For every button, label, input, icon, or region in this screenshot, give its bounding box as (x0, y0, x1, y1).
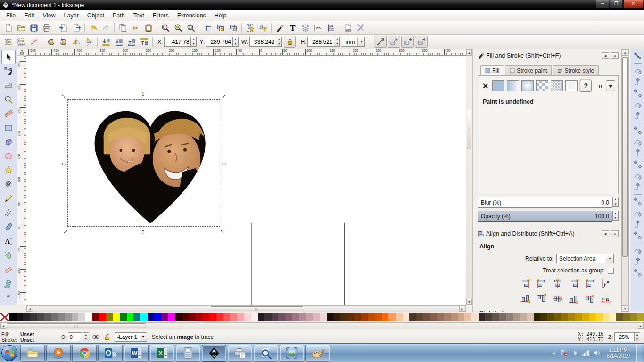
network-signal-icon[interactable] (582, 350, 589, 356)
zoom-to-selection-button[interactable] (159, 22, 172, 34)
palette-scroll-thumb[interactable]: ||| (7, 323, 146, 328)
palette-swatch[interactable] (278, 313, 285, 321)
palette-swatch[interactable] (568, 313, 575, 321)
undo-button[interactable] (87, 22, 99, 34)
snap-line-midpoints-button[interactable] (632, 181, 644, 193)
start-button[interactable] (0, 344, 19, 362)
text-tool[interactable]: A (1, 234, 16, 248)
palette-swatch[interactable] (361, 313, 368, 321)
palette-swatch[interactable] (534, 313, 541, 321)
measure-tool[interactable] (1, 107, 16, 121)
palette-swatch[interactable] (333, 313, 340, 321)
fill-and-stroke-button[interactable] (273, 22, 286, 34)
palette-swatch[interactable] (237, 313, 244, 321)
fill-stroke-panel-header[interactable]: Fill and Stroke (Shift+Ctrl+F) ◄ × (478, 51, 619, 60)
scroll-up-button[interactable]: ▲ (466, 49, 472, 56)
taskbar-inkscape-button[interactable] (202, 345, 226, 362)
palette-swatch[interactable] (609, 313, 616, 321)
palette-swatch[interactable] (554, 313, 561, 321)
fill-stroke-indicator[interactable]: Fill: Unset Stroke: Unset (0, 331, 61, 343)
menu-filters[interactable]: Filters (149, 11, 173, 20)
align-left-edges-button[interactable] (535, 277, 549, 289)
menu-path[interactable]: Path (108, 11, 129, 20)
snap-bbox-corners-button[interactable] (632, 88, 644, 99)
palette-swatch[interactable] (582, 313, 589, 321)
palette-swatch[interactable] (182, 313, 189, 321)
tweak-tool[interactable] (1, 78, 16, 92)
panel-close-button[interactable]: × (611, 52, 619, 59)
selection-handle-sw[interactable]: ↔ (60, 227, 69, 235)
palette-swatch[interactable] (148, 313, 155, 321)
canvas[interactable]: ↔ ↔ ↔ ↔ ↔ ↔ ↔ ↔ (26, 56, 466, 305)
canvas-horizontal-scrollbar[interactable]: ◄ ||| ► (26, 305, 466, 312)
taskbar-explorer-button[interactable] (20, 345, 45, 362)
snap-rotation-centers-button[interactable] (632, 219, 644, 230)
palette-swatch[interactable] (9, 313, 17, 321)
palette-swatch[interactable] (630, 313, 637, 321)
snap-smooth-nodes-button[interactable] (632, 170, 644, 181)
snap-nodes-button[interactable] (632, 125, 644, 136)
scroll-right-button[interactable]: ► (638, 323, 644, 329)
scroll-left-button[interactable]: ◄ (27, 306, 33, 312)
swatch-button[interactable] (551, 80, 563, 91)
object-opacity-spinner[interactable]: ▲▼ (83, 332, 89, 341)
selection-handle-nw[interactable]: ↔ (60, 91, 69, 99)
hidden-icons-chevron-icon[interactable] (551, 351, 557, 355)
palette-swatch[interactable] (540, 313, 547, 321)
object-opacity-input[interactable] (68, 332, 82, 341)
snap-path-intersections-button[interactable] (632, 148, 644, 159)
scroll-right-button[interactable]: ► (459, 306, 465, 312)
bezier-pen-tool[interactable] (1, 206, 16, 220)
palette-swatch[interactable] (595, 313, 603, 321)
linear-gradient-button[interactable] (507, 80, 519, 91)
spray-tool[interactable] (1, 248, 16, 262)
scale-rounded-corners-toggle[interactable] (388, 36, 400, 48)
panel-close-button[interactable]: × (611, 230, 619, 237)
document-properties-button[interactable] (341, 22, 354, 34)
lower-to-bottom-button[interactable] (99, 36, 112, 48)
copy-button[interactable] (116, 22, 129, 34)
palette-swatch[interactable] (368, 313, 375, 321)
create-clone-button[interactable] (214, 22, 227, 34)
duplicate-button[interactable] (201, 22, 214, 34)
palette-swatch[interactable] (230, 313, 237, 321)
palette-swatch[interactable] (161, 313, 168, 321)
flip-horizontal-button[interactable] (70, 36, 83, 48)
palette-swatch[interactable] (251, 313, 258, 321)
palette-swatch[interactable] (292, 313, 299, 321)
palette-swatch[interactable] (44, 313, 51, 321)
palette-swatch[interactable] (140, 313, 148, 321)
redo-button[interactable] (99, 22, 112, 34)
snap-page-border-button[interactable] (632, 245, 644, 256)
spinner-buttons[interactable]: ▲▼ (190, 37, 197, 47)
vscroll-thumb[interactable]: ≡ (467, 109, 471, 149)
palette-swatch[interactable] (492, 313, 499, 321)
select-all-layers-button[interactable] (15, 36, 27, 48)
scroll-down-button[interactable]: ▼ (466, 299, 472, 305)
align-right-edges-to-left-anchor-button[interactable] (519, 277, 533, 289)
tab-fill[interactable]: Fill (480, 65, 504, 75)
align-tops-to-bottom-anchor-button[interactable] (583, 293, 597, 305)
snap-cusp-nodes-button[interactable] (632, 159, 644, 170)
scale-stroke-width-toggle[interactable] (374, 36, 387, 48)
palette-swatch[interactable] (430, 313, 437, 321)
palette-swatch[interactable] (506, 313, 513, 321)
center-on-horizontal-axis-button[interactable] (551, 293, 565, 305)
pattern-button[interactable] (536, 80, 548, 91)
palette-swatch[interactable] (23, 313, 30, 321)
taskbar-document-search-button[interactable] (254, 345, 278, 362)
group-objects-button[interactable] (244, 22, 256, 34)
unset-paint-button[interactable] (565, 80, 578, 91)
h-input[interactable] (307, 37, 334, 47)
center-on-vertical-axis-button[interactable] (551, 277, 565, 289)
taskbar-word-button[interactable]: W (124, 345, 149, 362)
palette-swatch[interactable] (416, 313, 423, 321)
palette-swatch[interactable] (272, 313, 279, 321)
star-tool[interactable] (1, 163, 16, 177)
layers-button[interactable] (299, 22, 312, 34)
palette-swatch[interactable] (603, 313, 610, 321)
spiral-tool[interactable] (1, 177, 16, 191)
deselect-button[interactable] (27, 36, 40, 48)
palette-swatch[interactable] (409, 313, 416, 321)
snap-bbox-edge-midpoints-button[interactable] (632, 99, 644, 110)
